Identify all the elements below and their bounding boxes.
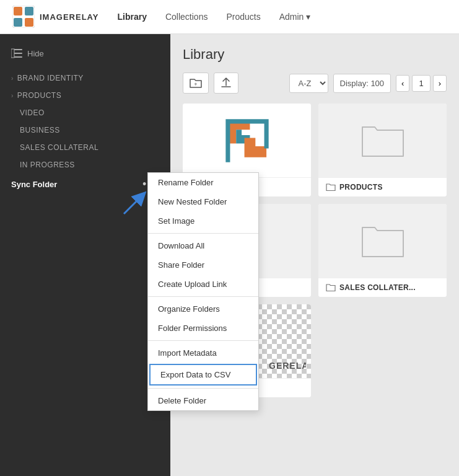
sort-select[interactable]: A-Z Z-A	[289, 74, 328, 93]
arrow-svg	[118, 189, 149, 220]
svg-rect-2	[25, 7, 33, 15]
brand-logo-svg	[222, 116, 272, 165]
ctx-share-folder[interactable]: Share Folder	[148, 255, 258, 275]
display-btn[interactable]: Display: 100	[333, 74, 391, 93]
svg-line-11	[124, 196, 141, 214]
ctx-import-metadata[interactable]: Import Metadata	[148, 343, 258, 363]
sync-folder-label: Sync Folder	[11, 180, 57, 189]
logo-icon	[12, 6, 35, 28]
sidebar-item-label: SALES COLLATERAL	[20, 143, 98, 152]
sidebar-item-label: VIDEO	[20, 108, 45, 117]
folder-thumb-products	[318, 104, 447, 177]
sidebar-item-label: BUSINESS	[20, 126, 60, 134]
folder-card-products[interactable]: PRODUCTS	[318, 104, 447, 196]
page-title: Library	[183, 46, 447, 63]
ctx-organize-folders[interactable]: Organize Folders	[148, 299, 258, 319]
ctx-divider-2	[148, 296, 258, 297]
svg-text:+: +	[194, 81, 197, 87]
page-next-btn[interactable]: ›	[433, 75, 447, 92]
svg-rect-8	[11, 49, 14, 58]
nav-collections[interactable]: Collections	[165, 9, 208, 24]
ctx-divider-1	[148, 233, 258, 234]
chevron-icon: ›	[11, 92, 14, 99]
folder-label-sales: SALES COLLATER...	[318, 278, 447, 297]
page-prev-btn[interactable]: ‹	[396, 75, 409, 92]
folder-thumb-icon	[361, 122, 404, 159]
sidebar-item-sales-collateral[interactable]: SALES COLLATERAL	[0, 139, 170, 156]
ctx-set-image[interactable]: Set Image	[148, 211, 258, 231]
sync-logo-overlay: GERELAY	[269, 359, 306, 373]
svg-text:GERELAY: GERELAY	[269, 361, 306, 371]
ctx-folder-permissions[interactable]: Folder Permissions	[148, 319, 258, 338]
nav-admin[interactable]: Admin ▾	[279, 9, 311, 24]
new-folder-icon: +	[190, 77, 202, 89]
folder-name: PRODUCTS	[339, 183, 383, 192]
sidebar-item-video[interactable]: VIDEO	[0, 104, 170, 121]
folder-thumb-sales	[318, 204, 447, 278]
ctx-rename-folder[interactable]: Rename Folder	[148, 173, 258, 192]
upload-btn[interactable]	[214, 73, 238, 94]
ctx-export-data-csv[interactable]: Export Data to CSV	[149, 364, 257, 386]
nav-library[interactable]: Library	[117, 9, 146, 24]
hide-label: Hide	[27, 49, 44, 58]
folder-icon	[326, 283, 336, 292]
nav-links: Library Collections Products Admin ▾	[117, 9, 310, 24]
ctx-create-upload-link[interactable]: Create Upload Link	[148, 275, 258, 294]
sidebar-item-business[interactable]: BUSINESS	[0, 121, 170, 139]
folder-thumb-icon	[361, 223, 404, 260]
layout: Hide › BRAND IDENTITY › PRODUCTS VIDEO B…	[0, 34, 459, 476]
folder-name: SALES COLLATER...	[339, 283, 416, 292]
context-menu: Rename Folder New Nested Folder Set Imag…	[147, 172, 259, 411]
sidebar: Hide › BRAND IDENTITY › PRODUCTS VIDEO B…	[0, 34, 170, 476]
svg-rect-1	[14, 7, 22, 15]
ctx-download-all[interactable]: Download All	[148, 236, 258, 255]
sidebar-item-in-progress[interactable]: IN PROGRESS	[0, 156, 170, 174]
sync-logo-svg: GERELAY	[269, 359, 306, 371]
chevron-icon: ›	[11, 75, 14, 82]
ctx-divider-3	[148, 340, 258, 341]
sidebar-item-label: PRODUCTS	[17, 91, 61, 100]
nav-products[interactable]: Products	[226, 9, 260, 24]
pagination: ‹ 1 ›	[396, 75, 447, 92]
brand-name: IMAGERELAY	[40, 12, 98, 22]
svg-rect-4	[25, 18, 33, 27]
arrow-indicator	[118, 189, 149, 222]
sidebar-item-brand-identity[interactable]: › BRAND IDENTITY	[0, 69, 170, 87]
logo[interactable]: IMAGERELAY	[12, 6, 98, 28]
sidebar-toggle-icon	[11, 48, 22, 58]
sidebar-item-label: IN PROGRESS	[20, 161, 75, 169]
sidebar-item-products[interactable]: › PRODUCTS	[0, 87, 170, 104]
svg-rect-3	[14, 18, 22, 27]
new-folder-btn[interactable]: +	[183, 73, 209, 94]
folder-thumb-brand	[183, 104, 311, 177]
folder-card-sales-collateral[interactable]: SALES COLLATER...	[318, 204, 447, 297]
ctx-new-nested-folder[interactable]: New Nested Folder	[148, 192, 258, 211]
upload-icon	[221, 77, 232, 89]
ctx-delete-folder[interactable]: Delete Folder	[148, 391, 258, 410]
page-number: 1	[412, 75, 430, 92]
folder-label-products: PRODUCTS	[318, 177, 447, 196]
sidebar-item-label: BRAND IDENTITY	[17, 74, 84, 82]
topnav: IMAGERELAY Library Collections Products …	[0, 0, 459, 34]
ctx-divider-4	[148, 388, 258, 389]
sidebar-hide-btn[interactable]: Hide	[0, 43, 170, 63]
folder-icon	[326, 183, 336, 192]
toolbar: + A-Z Z-A Display: 100 ‹ 1 ›	[183, 73, 447, 94]
